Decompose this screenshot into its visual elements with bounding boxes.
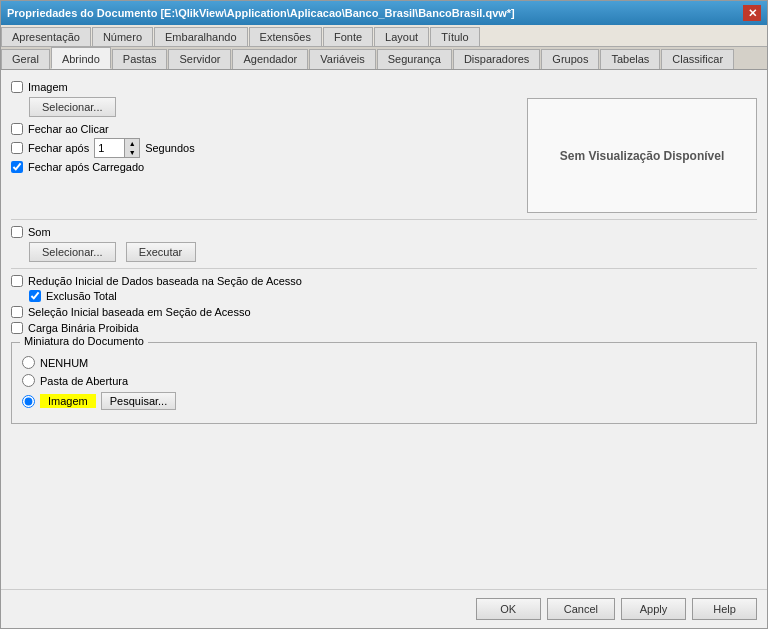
close-button[interactable]: ✕ bbox=[743, 5, 761, 21]
image-checkbox-row: Imagem bbox=[11, 81, 517, 93]
selecionar-button-1[interactable]: Selecionar... bbox=[29, 97, 116, 117]
tab-numero[interactable]: Número bbox=[92, 27, 153, 46]
tab-row-2: Geral Abrindo Pastas Servidor Agendador … bbox=[1, 47, 767, 70]
radio-nenhum-row: NENHUM bbox=[22, 356, 746, 369]
carga-binaria-row: Carga Binária Proibida bbox=[11, 322, 757, 334]
preview-box: Sem Visualização Disponível bbox=[527, 98, 757, 213]
selecionar-button-2[interactable]: Selecionar... bbox=[29, 242, 116, 262]
selecionar1-container: Selecionar... bbox=[29, 97, 517, 117]
fechar-apos-checkbox[interactable] bbox=[11, 142, 23, 154]
image-checkbox[interactable] bbox=[11, 81, 23, 93]
footer: OK Cancel Apply Help bbox=[1, 589, 767, 628]
executar-button[interactable]: Executar bbox=[126, 242, 196, 262]
fechar-apos-row: Fechar após ▲ ▼ Segundos bbox=[11, 138, 517, 158]
tab-tabelas[interactable]: Tabelas bbox=[600, 49, 660, 69]
tab-row-1: Apresentação Número Embaralhando Extensõ… bbox=[1, 25, 767, 47]
carga-binaria-label: Carga Binária Proibida bbox=[28, 322, 139, 334]
radio-nenhum[interactable] bbox=[22, 356, 35, 369]
tab-servidor[interactable]: Servidor bbox=[168, 49, 231, 69]
pesquisar-button[interactable]: Pesquisar... bbox=[101, 392, 176, 410]
selecao-inicial-label: Seleção Inicial baseada em Seção de Aces… bbox=[28, 306, 251, 318]
radio-pasta-label: Pasta de Abertura bbox=[40, 375, 128, 387]
tab-embaralhando[interactable]: Embaralhando bbox=[154, 27, 248, 46]
tab-apresentacao[interactable]: Apresentação bbox=[1, 27, 91, 46]
carga-binaria-checkbox[interactable] bbox=[11, 322, 23, 334]
som-checkbox[interactable] bbox=[11, 226, 23, 238]
tab-seguranca[interactable]: Segurança bbox=[377, 49, 452, 69]
miniatura-group-label: Miniatura do Documento bbox=[20, 335, 148, 347]
fechar-apos-carregado-label: Fechar após Carregado bbox=[28, 161, 144, 173]
tab-agendador[interactable]: Agendador bbox=[232, 49, 308, 69]
top-section: Imagem Selecionar... Fechar ao Clicar Fe… bbox=[11, 78, 757, 213]
segundos-label: Segundos bbox=[145, 142, 195, 154]
exclusao-row: Exclusão Total bbox=[29, 290, 757, 302]
exclusao-total-label: Exclusão Total bbox=[46, 290, 117, 302]
tab-abrindo[interactable]: Abrindo bbox=[51, 47, 111, 69]
fechar-ao-clicar-label: Fechar ao Clicar bbox=[28, 123, 109, 135]
spin-up[interactable]: ▲ bbox=[125, 139, 139, 148]
som-checkbox-row: Som bbox=[11, 226, 757, 238]
exclusao-total-checkbox[interactable] bbox=[29, 290, 41, 302]
title-bar: Propriedades do Documento [E:\QlikView\A… bbox=[1, 1, 767, 25]
divider-2 bbox=[11, 268, 757, 269]
som-label: Som bbox=[28, 226, 51, 238]
fechar-ao-clicar-checkbox[interactable] bbox=[11, 123, 23, 135]
miniatura-group: Miniatura do Documento NENHUM Pasta de A… bbox=[11, 342, 757, 424]
tab-pastas[interactable]: Pastas bbox=[112, 49, 168, 69]
imagem-highlight-label: Imagem bbox=[40, 394, 96, 408]
fechar-apos-input[interactable] bbox=[95, 139, 125, 157]
window-title: Propriedades do Documento [E:\QlikView\A… bbox=[7, 7, 515, 19]
selecao-inicial-row: Seleção Inicial baseada em Seção de Aces… bbox=[11, 306, 757, 318]
spin-down[interactable]: ▼ bbox=[125, 148, 139, 157]
sound-buttons: Selecionar... Executar bbox=[29, 242, 757, 262]
fechar-apos-carregado-checkbox[interactable] bbox=[11, 161, 23, 173]
apply-button[interactable]: Apply bbox=[621, 598, 686, 620]
tab-grupos[interactable]: Grupos bbox=[541, 49, 599, 69]
selecao-inicial-checkbox[interactable] bbox=[11, 306, 23, 318]
fechar-clicar-row: Fechar ao Clicar bbox=[11, 123, 517, 135]
help-button[interactable]: Help bbox=[692, 598, 757, 620]
tab-classificar[interactable]: Classificar bbox=[661, 49, 734, 69]
tab-variaveis[interactable]: Variáveis bbox=[309, 49, 375, 69]
ok-button[interactable]: OK bbox=[476, 598, 541, 620]
sound-section: Som Selecionar... Executar bbox=[11, 226, 757, 262]
image-checkbox-label: Imagem bbox=[28, 81, 68, 93]
content-area: Imagem Selecionar... Fechar ao Clicar Fe… bbox=[1, 70, 767, 589]
tab-extensoes[interactable]: Extensões bbox=[249, 27, 322, 46]
fechar-apos-label: Fechar após bbox=[28, 142, 89, 154]
reducao-checkbox[interactable] bbox=[11, 275, 23, 287]
tab-disparadores[interactable]: Disparadores bbox=[453, 49, 540, 69]
cancel-button[interactable]: Cancel bbox=[547, 598, 615, 620]
reducao-label: Redução Inicial de Dados baseada na Seçã… bbox=[28, 275, 302, 287]
radio-pasta[interactable] bbox=[22, 374, 35, 387]
preview-text: Sem Visualização Disponível bbox=[560, 149, 725, 163]
fechar-carregado-row: Fechar após Carregado bbox=[11, 161, 517, 173]
tab-fonte[interactable]: Fonte bbox=[323, 27, 373, 46]
fechar-apos-spinner[interactable]: ▲ ▼ bbox=[94, 138, 140, 158]
reducao-row: Redução Inicial de Dados baseada na Seçã… bbox=[11, 275, 757, 287]
radio-imagem-row: Imagem Pesquisar... bbox=[22, 392, 746, 410]
tab-layout[interactable]: Layout bbox=[374, 27, 429, 46]
tab-geral[interactable]: Geral bbox=[1, 49, 50, 69]
tab-titulo[interactable]: Título bbox=[430, 27, 480, 46]
main-window: Propriedades do Documento [E:\QlikView\A… bbox=[0, 0, 768, 629]
divider-1 bbox=[11, 219, 757, 220]
radio-nenhum-label: NENHUM bbox=[40, 357, 88, 369]
radio-pasta-row: Pasta de Abertura bbox=[22, 374, 746, 387]
left-controls: Imagem Selecionar... Fechar ao Clicar Fe… bbox=[11, 78, 517, 213]
spin-buttons: ▲ ▼ bbox=[125, 139, 139, 157]
radio-imagem[interactable] bbox=[22, 395, 35, 408]
